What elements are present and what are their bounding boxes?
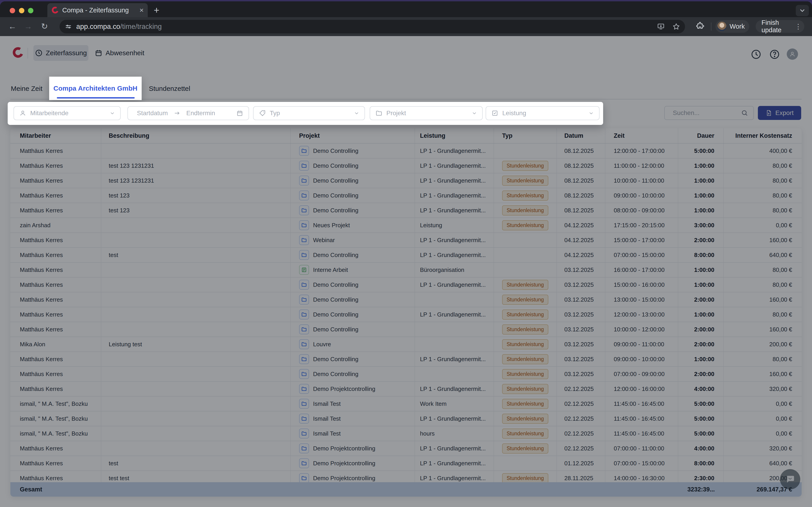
- endtermin-placeholder: Endtermin: [186, 110, 215, 117]
- startdatum-placeholder: Startdatum: [137, 110, 168, 117]
- folder-icon: [376, 110, 382, 117]
- filter-leistung-placeholder: Leistung: [502, 110, 526, 117]
- url-bar[interactable]: app.compa.co/time/tracking: [60, 20, 685, 34]
- profile-chip[interactable]: Work: [715, 20, 749, 33]
- finish-update-label: Finish update: [761, 19, 795, 34]
- chevron-down-icon: [472, 110, 477, 116]
- arrow-right-icon: [174, 110, 180, 117]
- window-zoom-button[interactable]: [28, 8, 34, 13]
- filter-typ-placeholder: Typ: [270, 110, 280, 117]
- active-tab-label: Compa Architekten GmbH: [53, 84, 138, 92]
- profile-label: Work: [730, 23, 745, 30]
- filter-date-range[interactable]: Startdatum Endtermin: [127, 106, 249, 120]
- browser-menu-kebab-icon[interactable]: ⋮: [795, 22, 802, 31]
- browser-toolbar: ← → ↻ app.compa.co/time/tracking Work: [0, 17, 812, 36]
- browser-tab-title: Compa - Zeiterfassung: [62, 6, 140, 14]
- chevron-down-icon: [354, 110, 360, 116]
- forward-icon[interactable]: →: [22, 21, 34, 32]
- filter-projekt-placeholder: Projekt: [386, 110, 406, 117]
- filter-bar: Mitarbeitende Startdatum Endtermin: [8, 102, 603, 125]
- back-icon[interactable]: ←: [7, 21, 18, 32]
- site-settings-icon[interactable]: [64, 23, 72, 31]
- tab-close-icon[interactable]: ×: [140, 6, 144, 14]
- filter-typ-dropdown[interactable]: Typ: [253, 106, 365, 120]
- calendar-icon: [236, 110, 243, 117]
- extensions-puzzle-icon[interactable]: [696, 21, 705, 30]
- reload-icon[interactable]: ↻: [39, 21, 50, 32]
- bookmark-star-icon[interactable]: [672, 23, 680, 31]
- tab-search-chevron-icon[interactable]: [796, 5, 809, 16]
- tab-compa-architekten-active[interactable]: Compa Architekten GmbH: [49, 77, 142, 100]
- install-app-icon[interactable]: [657, 23, 665, 31]
- check-square-icon: [491, 110, 498, 117]
- person-icon: [19, 110, 26, 117]
- compa-favicon-icon: [51, 6, 59, 14]
- profile-avatar: [717, 22, 726, 31]
- page-viewport: Zeiterfassung Abwesenheit Meine Zeit Stu…: [0, 36, 812, 507]
- filter-mitarbeitende-placeholder: Mitarbeitende: [30, 110, 68, 117]
- chevron-down-icon: [588, 110, 594, 116]
- chevron-down-icon: [109, 110, 115, 116]
- filter-mitarbeitende-dropdown[interactable]: Mitarbeitende: [13, 106, 121, 120]
- url-host: app.compa.co: [76, 22, 120, 31]
- url-path: /time/tracking: [120, 22, 162, 31]
- active-tab-underline: [57, 97, 134, 99]
- window-close-button[interactable]: [10, 8, 15, 13]
- browser-tabstrip: Compa - Zeiterfassung × +: [0, 1, 812, 17]
- tag-icon: [259, 110, 266, 117]
- new-tab-button[interactable]: +: [151, 4, 162, 16]
- toolbar-divider: [711, 22, 711, 31]
- browser-tab[interactable]: Compa - Zeiterfassung ×: [47, 3, 148, 17]
- window-minimize-button[interactable]: [19, 8, 24, 13]
- filter-leistung-dropdown[interactable]: Leistung: [486, 106, 600, 120]
- finish-update-button[interactable]: Finish update ⋮: [756, 20, 804, 33]
- filter-projekt-dropdown[interactable]: Projekt: [370, 106, 483, 120]
- browser-window: Compa - Zeiterfassung × + ← → ↻ app.comp…: [0, 1, 812, 507]
